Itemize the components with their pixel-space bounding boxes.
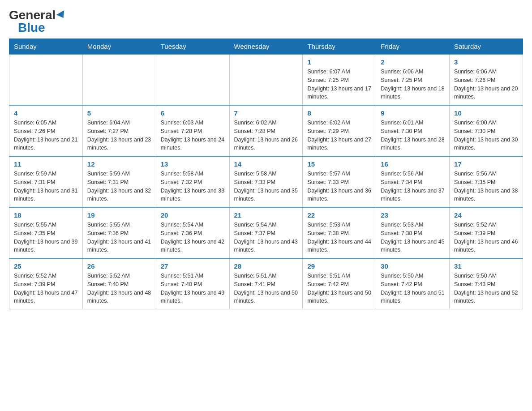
day-number: 7 — [234, 109, 298, 117]
day-number: 24 — [454, 211, 518, 219]
day-cell: 7Sunrise: 6:02 AMSunset: 7:28 PMDaylight… — [229, 105, 303, 156]
day-info: Sunrise: 5:56 AMSunset: 7:34 PMDaylight:… — [381, 170, 445, 203]
day-info: Sunrise: 5:57 AMSunset: 7:33 PMDaylight:… — [307, 170, 371, 203]
day-info: Sunrise: 5:55 AMSunset: 7:35 PMDaylight:… — [14, 221, 78, 254]
day-number: 21 — [234, 211, 298, 219]
day-info: Sunrise: 6:01 AMSunset: 7:30 PMDaylight:… — [381, 119, 445, 152]
day-info: Sunrise: 6:06 AMSunset: 7:26 PMDaylight:… — [454, 68, 518, 101]
day-number: 8 — [307, 109, 371, 117]
week-row-4: 18Sunrise: 5:55 AMSunset: 7:35 PMDayligh… — [9, 207, 523, 258]
day-number: 28 — [234, 262, 298, 270]
day-info: Sunrise: 5:53 AMSunset: 7:38 PMDaylight:… — [381, 221, 445, 254]
logo-triangle-icon — [56, 10, 67, 20]
header-cell-wednesday: Wednesday — [229, 39, 303, 55]
logo-blue-text: Blue — [18, 21, 45, 34]
calendar-header: SundayMondayTuesdayWednesdayThursdayFrid… — [9, 39, 523, 55]
day-info: Sunrise: 5:54 AMSunset: 7:37 PMDaylight:… — [234, 221, 298, 254]
header-cell-thursday: Thursday — [303, 39, 376, 55]
day-cell — [82, 54, 156, 105]
day-cell: 15Sunrise: 5:57 AMSunset: 7:33 PMDayligh… — [303, 156, 376, 207]
header-cell-friday: Friday — [376, 39, 450, 55]
day-cell: 3Sunrise: 6:06 AMSunset: 7:26 PMDaylight… — [450, 54, 523, 105]
day-number: 17 — [454, 160, 518, 168]
day-cell: 27Sunrise: 5:51 AMSunset: 7:40 PMDayligh… — [156, 258, 229, 309]
day-number: 30 — [381, 262, 445, 270]
day-info: Sunrise: 5:52 AMSunset: 7:40 PMDaylight:… — [87, 272, 151, 305]
day-number: 3 — [454, 58, 518, 66]
day-cell — [229, 54, 303, 105]
day-cell: 22Sunrise: 5:53 AMSunset: 7:38 PMDayligh… — [303, 207, 376, 258]
day-cell: 24Sunrise: 5:52 AMSunset: 7:39 PMDayligh… — [450, 207, 523, 258]
day-number: 12 — [87, 160, 151, 168]
day-number: 9 — [381, 109, 445, 117]
day-info: Sunrise: 6:05 AMSunset: 7:26 PMDaylight:… — [14, 119, 78, 152]
day-cell: 23Sunrise: 5:53 AMSunset: 7:38 PMDayligh… — [376, 207, 450, 258]
day-info: Sunrise: 6:00 AMSunset: 7:30 PMDaylight:… — [454, 119, 518, 152]
week-row-3: 11Sunrise: 5:59 AMSunset: 7:31 PMDayligh… — [9, 156, 523, 207]
day-cell: 16Sunrise: 5:56 AMSunset: 7:34 PMDayligh… — [376, 156, 450, 207]
day-info: Sunrise: 5:58 AMSunset: 7:32 PMDaylight:… — [161, 170, 225, 203]
day-number: 6 — [161, 109, 225, 117]
day-cell: 20Sunrise: 5:54 AMSunset: 7:36 PMDayligh… — [156, 207, 229, 258]
day-cell: 5Sunrise: 6:04 AMSunset: 7:27 PMDaylight… — [82, 105, 156, 156]
day-cell: 17Sunrise: 5:56 AMSunset: 7:35 PMDayligh… — [450, 156, 523, 207]
day-info: Sunrise: 6:06 AMSunset: 7:25 PMDaylight:… — [381, 68, 445, 101]
day-cell: 13Sunrise: 5:58 AMSunset: 7:32 PMDayligh… — [156, 156, 229, 207]
day-info: Sunrise: 5:50 AMSunset: 7:43 PMDaylight:… — [454, 272, 518, 305]
day-cell — [9, 54, 83, 105]
logo: General Blue — [9, 9, 66, 34]
day-number: 29 — [307, 262, 371, 270]
day-cell: 1Sunrise: 6:07 AMSunset: 7:25 PMDaylight… — [303, 54, 376, 105]
day-cell: 30Sunrise: 5:50 AMSunset: 7:42 PMDayligh… — [376, 258, 450, 309]
day-cell: 31Sunrise: 5:50 AMSunset: 7:43 PMDayligh… — [450, 258, 523, 309]
day-info: Sunrise: 6:03 AMSunset: 7:28 PMDaylight:… — [161, 119, 225, 152]
calendar-table: SundayMondayTuesdayWednesdayThursdayFrid… — [9, 39, 523, 309]
day-info: Sunrise: 5:55 AMSunset: 7:36 PMDaylight:… — [87, 221, 151, 254]
day-number: 15 — [307, 160, 371, 168]
day-info: Sunrise: 5:56 AMSunset: 7:35 PMDaylight:… — [454, 170, 518, 203]
day-info: Sunrise: 6:07 AMSunset: 7:25 PMDaylight:… — [307, 68, 371, 101]
day-cell: 10Sunrise: 6:00 AMSunset: 7:30 PMDayligh… — [450, 105, 523, 156]
day-cell: 28Sunrise: 5:51 AMSunset: 7:41 PMDayligh… — [229, 258, 303, 309]
day-info: Sunrise: 5:53 AMSunset: 7:38 PMDaylight:… — [307, 221, 371, 254]
day-number: 25 — [14, 262, 78, 270]
day-info: Sunrise: 5:51 AMSunset: 7:40 PMDaylight:… — [161, 272, 225, 305]
week-row-5: 25Sunrise: 5:52 AMSunset: 7:39 PMDayligh… — [9, 258, 523, 309]
day-number: 1 — [307, 58, 371, 66]
day-cell: 18Sunrise: 5:55 AMSunset: 7:35 PMDayligh… — [9, 207, 83, 258]
day-info: Sunrise: 5:51 AMSunset: 7:42 PMDaylight:… — [307, 272, 371, 305]
day-number: 5 — [87, 109, 151, 117]
header-cell-tuesday: Tuesday — [156, 39, 229, 55]
day-number: 16 — [381, 160, 445, 168]
day-number: 14 — [234, 160, 298, 168]
day-info: Sunrise: 6:04 AMSunset: 7:27 PMDaylight:… — [87, 119, 151, 152]
day-info: Sunrise: 5:58 AMSunset: 7:33 PMDaylight:… — [234, 170, 298, 203]
week-row-1: 1Sunrise: 6:07 AMSunset: 7:25 PMDaylight… — [9, 54, 523, 105]
day-number: 13 — [161, 160, 225, 168]
day-cell: 29Sunrise: 5:51 AMSunset: 7:42 PMDayligh… — [303, 258, 376, 309]
day-cell: 8Sunrise: 6:02 AMSunset: 7:29 PMDaylight… — [303, 105, 376, 156]
day-info: Sunrise: 5:54 AMSunset: 7:36 PMDaylight:… — [161, 221, 225, 254]
day-cell: 12Sunrise: 5:59 AMSunset: 7:31 PMDayligh… — [82, 156, 156, 207]
logo-general-text: General — [9, 9, 56, 21]
day-cell: 4Sunrise: 6:05 AMSunset: 7:26 PMDaylight… — [9, 105, 83, 156]
day-cell: 11Sunrise: 5:59 AMSunset: 7:31 PMDayligh… — [9, 156, 83, 207]
day-cell: 9Sunrise: 6:01 AMSunset: 7:30 PMDaylight… — [376, 105, 450, 156]
day-number: 27 — [161, 262, 225, 270]
calendar-body: 1Sunrise: 6:07 AMSunset: 7:25 PMDaylight… — [9, 54, 523, 309]
day-number: 22 — [307, 211, 371, 219]
day-info: Sunrise: 5:52 AMSunset: 7:39 PMDaylight:… — [14, 272, 78, 305]
day-number: 10 — [454, 109, 518, 117]
day-number: 19 — [87, 211, 151, 219]
header-cell-sunday: Sunday — [9, 39, 83, 55]
day-info: Sunrise: 5:52 AMSunset: 7:39 PMDaylight:… — [454, 221, 518, 254]
day-cell: 19Sunrise: 5:55 AMSunset: 7:36 PMDayligh… — [82, 207, 156, 258]
day-number: 4 — [14, 109, 78, 117]
day-cell: 26Sunrise: 5:52 AMSunset: 7:40 PMDayligh… — [82, 258, 156, 309]
day-info: Sunrise: 6:02 AMSunset: 7:29 PMDaylight:… — [307, 119, 371, 152]
header-cell-monday: Monday — [82, 39, 156, 55]
day-number: 20 — [161, 211, 225, 219]
day-info: Sunrise: 5:51 AMSunset: 7:41 PMDaylight:… — [234, 272, 298, 305]
day-cell: 6Sunrise: 6:03 AMSunset: 7:28 PMDaylight… — [156, 105, 229, 156]
day-info: Sunrise: 5:50 AMSunset: 7:42 PMDaylight:… — [381, 272, 445, 305]
